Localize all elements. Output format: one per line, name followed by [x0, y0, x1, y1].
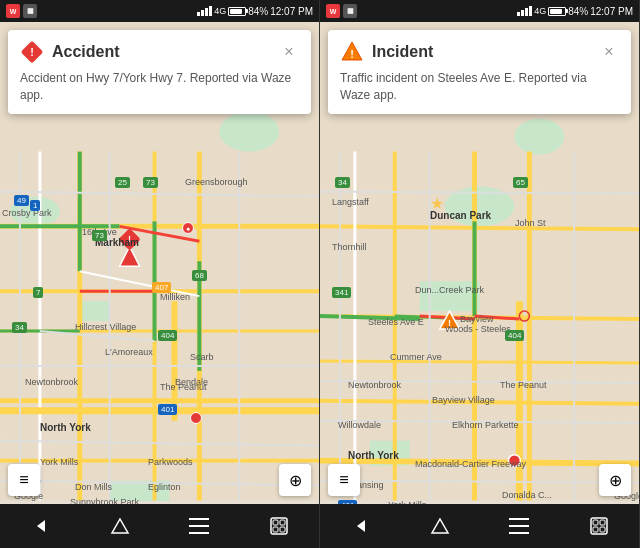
bar1 [197, 12, 200, 16]
right-popup-card: ! Incident × Traffic incident on Steeles… [328, 30, 631, 114]
right-time: 12:07 PM [590, 6, 633, 17]
svg-rect-42 [189, 532, 209, 534]
route-49: 49 [14, 195, 29, 206]
rroute-65: 65 [513, 177, 528, 188]
left-menu-icon[interactable]: ≡ [8, 464, 40, 496]
left-back-btn[interactable] [18, 504, 62, 548]
left-map-menu-btn[interactable]: ≡ [8, 464, 40, 496]
svg-line-56 [320, 461, 639, 464]
svg-rect-90 [600, 520, 605, 525]
rroute-341: 341 [332, 287, 351, 298]
svg-marker-83 [357, 520, 365, 532]
right-battery [548, 7, 566, 16]
right-waze-icon: W [326, 4, 340, 18]
right-map-menu-btn[interactable]: ≡ [328, 464, 360, 496]
left-popup-body: Accident on Hwy 7/York Hwy 7. Reported v… [20, 70, 299, 104]
left-battery-pct: 84% [248, 6, 268, 17]
left-popup-title: Accident [52, 43, 279, 61]
left-battery [228, 7, 246, 16]
svg-rect-41 [189, 525, 209, 527]
svg-point-78 [508, 455, 520, 467]
svg-text:!: ! [128, 234, 131, 244]
left-map: ! Google Crosby Park Markham Milliken Hi… [0, 22, 319, 504]
rbar3 [525, 8, 528, 16]
svg-rect-45 [280, 520, 285, 525]
rlabel-york-mills: York Mills [388, 500, 426, 504]
right-popup-close[interactable]: × [599, 42, 619, 62]
svg-point-52 [514, 119, 564, 155]
left-menu-nav-btn[interactable] [177, 504, 221, 548]
bar3 [205, 8, 208, 16]
left-signal-bars [197, 6, 212, 16]
right-back-btn[interactable] [338, 504, 382, 548]
right-menu-icon[interactable]: ≡ [328, 464, 360, 496]
right-incident-icon: ! [340, 40, 364, 64]
stop-2 [190, 412, 202, 424]
right-status-right: 4G 84% 12:07 PM [517, 6, 633, 17]
left-waze-icon: W [6, 4, 20, 18]
left-popup-close[interactable]: × [279, 42, 299, 62]
stop-1: ● [182, 222, 194, 234]
route-25: 25 [115, 177, 130, 188]
svg-rect-86 [509, 525, 529, 527]
right-home-btn[interactable] [418, 504, 462, 548]
route-73a: 73 [143, 177, 158, 188]
bar2 [201, 10, 204, 16]
svg-rect-87 [509, 532, 529, 534]
route-1: 1 [30, 200, 40, 211]
left-popup-header: ! Accident × [20, 40, 299, 64]
right-menu-nav-btn[interactable] [497, 504, 541, 548]
left-status-bar: W ▦ 4G 84% 12:07 PM [0, 0, 319, 22]
rroute-34: 34 [335, 177, 350, 188]
svg-rect-2 [80, 301, 110, 321]
left-network-type: 4G [214, 6, 226, 16]
svg-rect-50 [420, 281, 480, 311]
svg-text:★: ★ [430, 195, 444, 212]
route-68: 68 [192, 270, 207, 281]
left-battery-fill [230, 9, 242, 14]
right-locate-btn[interactable]: ⊕ [599, 464, 631, 496]
rbar1 [517, 12, 520, 16]
route-407: 407 [152, 282, 171, 293]
left-home-btn[interactable] [98, 504, 142, 548]
svg-rect-46 [273, 527, 278, 532]
rbar4 [529, 6, 532, 16]
right-status-bar: W ▦ 4G 84% 12:07 PM [320, 0, 639, 22]
svg-rect-44 [273, 520, 278, 525]
rroute-401: 401 [338, 500, 357, 504]
right-nav-bar [320, 504, 639, 548]
right-app-icon: ▦ [343, 4, 357, 18]
right-map: ★ ! Google Langstaff Duncan Park Thornhi… [320, 22, 639, 504]
left-status-right: 4G 84% 12:07 PM [197, 6, 313, 17]
left-locate-btn[interactable]: ⊕ [279, 464, 311, 496]
right-map-overlay: ⊕ [599, 464, 631, 496]
bar4 [209, 6, 212, 16]
right-popup-body: Traffic incident on Steeles Ave E. Repor… [340, 70, 619, 104]
svg-rect-47 [280, 527, 285, 532]
right-recent-btn[interactable] [577, 504, 621, 548]
svg-marker-39 [112, 519, 128, 533]
right-status-left: W ▦ [326, 4, 357, 18]
svg-marker-38 [37, 520, 45, 532]
svg-text:!: ! [350, 48, 354, 60]
right-network-type: 4G [534, 6, 546, 16]
left-app-icon: ▦ [23, 4, 37, 18]
left-accident-icon: ! [20, 40, 44, 64]
route-34: 34 [12, 322, 27, 333]
svg-text:!: ! [30, 46, 34, 58]
route-73b: 73 [92, 230, 107, 241]
right-phone-panel: W ▦ 4G 84% 12:07 PM [320, 0, 640, 548]
route-7: 7 [33, 287, 43, 298]
route-404: 404 [158, 330, 177, 341]
left-recent-btn[interactable] [257, 504, 301, 548]
right-signal-bars [517, 6, 532, 16]
svg-line-55 [320, 361, 639, 363]
svg-rect-85 [509, 518, 529, 520]
left-phone-panel: W ▦ 4G 84% 12:07 PM [0, 0, 320, 548]
svg-rect-89 [593, 520, 598, 525]
left-time: 12:07 PM [270, 6, 313, 17]
svg-rect-91 [593, 527, 598, 532]
rbar2 [521, 10, 524, 16]
svg-point-3 [219, 112, 279, 152]
rroute-404: 404 [505, 330, 524, 341]
